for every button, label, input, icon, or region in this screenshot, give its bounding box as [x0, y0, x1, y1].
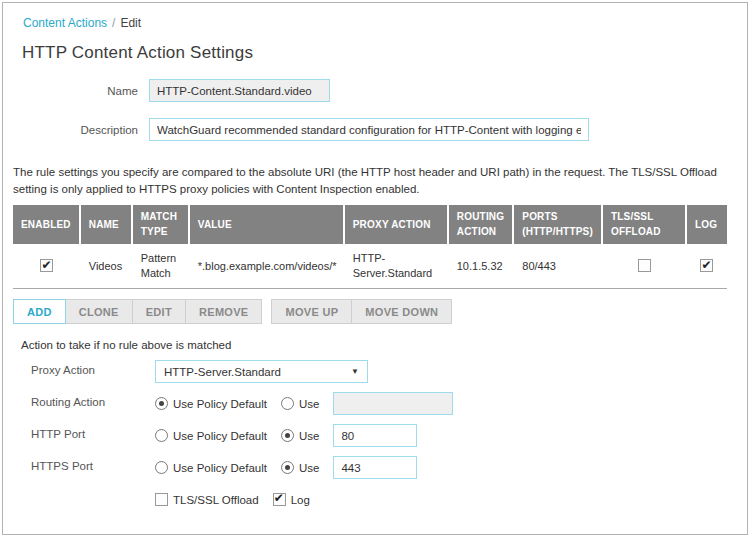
breadcrumb-content-actions-link[interactable]: Content Actions	[23, 16, 107, 30]
name-input	[149, 79, 330, 102]
col-header-routing-action: ROUTING ACTION	[449, 205, 515, 244]
col-header-match-type: MATCH TYPE	[133, 205, 190, 244]
https-port-row: HTTPS Port Use Policy Default Use	[31, 456, 747, 479]
clone-button[interactable]: CLONE	[65, 299, 133, 324]
http-port-input[interactable]	[333, 424, 417, 447]
log-label: Log	[291, 494, 310, 506]
proxy-action-selected-value: HTTP-Server.Standard	[164, 366, 281, 378]
https-port-use-radio[interactable]	[281, 461, 294, 474]
breadcrumb: Content Actions/Edit	[3, 3, 747, 30]
https-port-input[interactable]	[333, 456, 417, 479]
routing-use-radio[interactable]	[281, 397, 294, 410]
tls-ssl-offload-label: TLS/SSL Offload	[173, 494, 259, 506]
rule-value-cell: *.blog.example.com/videos/*	[190, 244, 345, 289]
intro-text: The rule settings you specify are compar…	[13, 164, 735, 197]
rule-proxy-action-cell: HTTP-Server.Standard	[345, 244, 449, 289]
https-port-use-label: Use	[299, 462, 319, 474]
move-up-button[interactable]: MOVE UP	[271, 299, 352, 324]
rule-enabled-checkbox[interactable]	[40, 259, 53, 272]
routing-action-input	[333, 392, 453, 415]
move-down-button[interactable]: MOVE DOWN	[351, 299, 452, 324]
http-port-use-policy-default-radio[interactable]	[155, 429, 168, 442]
table-header-row: ENABLED NAME MATCH TYPE VALUE PROXY ACTI…	[13, 205, 727, 244]
col-header-enabled: ENABLED	[13, 205, 81, 244]
http-port-use-label: Use	[299, 430, 319, 442]
name-field-row: Name	[3, 79, 747, 102]
routing-use-policy-default-radio[interactable]	[155, 397, 168, 410]
breadcrumb-separator: /	[112, 16, 115, 30]
http-port-label: HTTP Port	[31, 424, 155, 440]
routing-action-label: Routing Action	[31, 392, 155, 408]
description-field-row: Description	[3, 118, 747, 141]
proxy-action-select[interactable]: HTTP-Server.Standard ▼	[155, 360, 368, 383]
rule-routing-action-cell: 10.1.5.32	[449, 244, 515, 289]
offload-log-spacer	[31, 488, 155, 492]
col-header-tls-ssl-offload: TLS/SSL OFFLOAD	[603, 205, 687, 244]
remove-button[interactable]: REMOVE	[185, 299, 262, 324]
routing-use-label: Use	[299, 398, 319, 410]
col-header-log: LOG	[687, 205, 727, 244]
description-input[interactable]	[149, 118, 589, 141]
rule-ports-cell: 80/443	[514, 244, 603, 289]
routing-use-policy-default-label: Use Policy Default	[173, 398, 267, 410]
rule-tls-ssl-offload-checkbox[interactable]	[638, 259, 651, 272]
edit-button[interactable]: EDIT	[132, 299, 186, 324]
http-port-use-radio[interactable]	[281, 429, 294, 442]
table-button-bar: ADD CLONE EDIT REMOVE MOVE UP MOVE DOWN	[13, 299, 747, 324]
rule-match-type-cell: Pattern Match	[133, 244, 190, 289]
http-content-action-settings-page: Content Actions/Edit HTTP Content Action…	[2, 2, 748, 535]
log-checkbox[interactable]	[273, 493, 286, 506]
https-port-use-policy-default-label: Use Policy Default	[173, 462, 267, 474]
tls-ssl-offload-checkbox[interactable]	[155, 493, 168, 506]
rule-name-cell: Videos	[81, 244, 133, 289]
add-button[interactable]: ADD	[13, 299, 66, 324]
breadcrumb-current: Edit	[120, 16, 141, 30]
offload-log-row: TLS/SSL Offload Log	[31, 488, 747, 511]
no-rule-matched-label: Action to take if no rule above is match…	[21, 339, 747, 351]
https-port-use-policy-default-radio[interactable]	[155, 461, 168, 474]
col-header-value: VALUE	[190, 205, 345, 244]
http-port-use-policy-default-label: Use Policy Default	[173, 430, 267, 442]
col-header-proxy-action: PROXY ACTION	[345, 205, 449, 244]
rule-log-checkbox[interactable]	[700, 259, 713, 272]
chevron-down-icon: ▼	[351, 367, 359, 376]
proxy-action-row: Proxy Action HTTP-Server.Standard ▼	[31, 360, 747, 383]
https-port-label: HTTPS Port	[31, 456, 155, 472]
description-label: Description	[3, 124, 149, 136]
name-label: Name	[3, 85, 149, 97]
col-header-name: NAME	[81, 205, 133, 244]
table-row[interactable]: Videos Pattern Match *.blog.example.com/…	[13, 244, 727, 289]
http-port-row: HTTP Port Use Policy Default Use	[31, 424, 747, 447]
routing-action-row: Routing Action Use Policy Default Use	[31, 392, 747, 415]
col-header-ports: PORTS (HTTP/HTTPS)	[514, 205, 603, 244]
proxy-action-label: Proxy Action	[31, 360, 155, 376]
content-rules-table: ENABLED NAME MATCH TYPE VALUE PROXY ACTI…	[13, 205, 727, 289]
page-title: HTTP Content Action Settings	[22, 43, 747, 63]
